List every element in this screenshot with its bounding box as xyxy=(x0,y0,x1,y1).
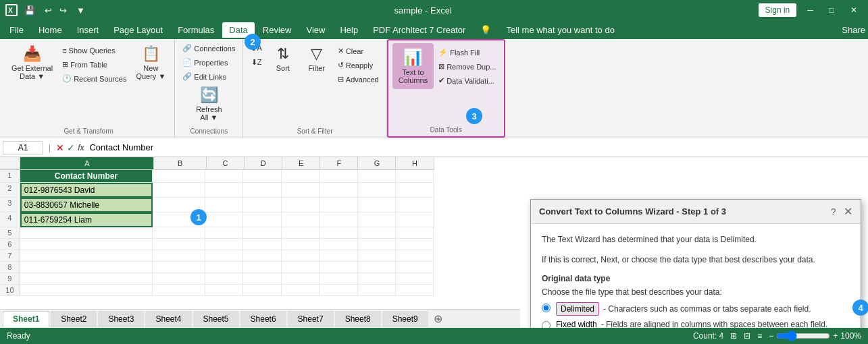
cell-F4[interactable] xyxy=(320,212,357,227)
dialog-close-button[interactable]: ✕ xyxy=(844,205,852,218)
cell-F1[interactable] xyxy=(320,170,357,183)
customize-qat-button[interactable]: ▼ xyxy=(74,4,88,17)
menu-help[interactable]: Help xyxy=(333,22,365,38)
zoom-slider[interactable]: − + 100% xyxy=(769,331,861,341)
menu-formulas[interactable]: Formulas xyxy=(171,22,221,38)
from-table-button[interactable]: ⊞ From Table xyxy=(59,58,130,71)
zoom-plus-icon[interactable]: + xyxy=(833,331,838,341)
cell-C4[interactable] xyxy=(205,212,243,227)
menu-review[interactable]: Review xyxy=(256,22,299,38)
cell-G3[interactable] xyxy=(358,198,396,212)
cell-A2[interactable]: 012-9876543 David xyxy=(20,183,153,198)
sort-za-button[interactable]: ⬇Z xyxy=(248,56,265,69)
col-header-E[interactable]: E xyxy=(282,157,320,169)
cell-C2[interactable] xyxy=(205,183,243,198)
menu-lightbulb[interactable]: 💡 xyxy=(474,22,498,38)
data-validation-button[interactable]: ✔ Data Validati... xyxy=(435,74,499,87)
clear-button[interactable]: ✕ Clear xyxy=(334,45,382,57)
remove-duplicates-button[interactable]: ⊠ Remove Dup... xyxy=(435,60,499,73)
show-queries-button[interactable]: ≡ Show Queries xyxy=(59,45,130,57)
connections-button[interactable]: 🔗 Connections xyxy=(179,42,238,55)
cell-B2[interactable] xyxy=(153,183,205,198)
cell-H3[interactable] xyxy=(396,198,434,212)
zoom-range[interactable] xyxy=(776,331,830,341)
edit-links-button[interactable]: 🔗 Edit Links xyxy=(179,70,230,83)
cell-D1[interactable] xyxy=(243,170,281,183)
sheet-tab-3[interactable]: Sheet3 xyxy=(98,311,144,327)
col-header-C[interactable]: C xyxy=(207,157,245,169)
cell-D4[interactable] xyxy=(243,212,281,227)
advanced-button[interactable]: ⊟ Advanced xyxy=(334,73,382,86)
cell-A1[interactable]: Contact Number xyxy=(20,170,153,183)
cell-H2[interactable] xyxy=(396,183,434,198)
col-header-H[interactable]: H xyxy=(396,157,434,169)
formula-fx-icon[interactable]: fx xyxy=(78,143,84,152)
cell-A3[interactable]: 03-8830657 Michelle xyxy=(20,198,153,212)
zoom-minus-icon[interactable]: − xyxy=(769,331,773,341)
flash-fill-button[interactable]: ⚡ Flash Fill xyxy=(435,46,499,59)
cell-C1[interactable] xyxy=(205,170,243,183)
menu-home[interactable]: Home xyxy=(32,22,69,38)
sort-button[interactable]: ⇅ Sort xyxy=(267,42,299,76)
sheet-tab-7[interactable]: Sheet7 xyxy=(288,311,334,327)
close-button[interactable]: ✕ xyxy=(845,4,863,16)
get-external-data-button[interactable]: 📥 Get External Data ▼ xyxy=(7,42,57,84)
share-label[interactable]: Share xyxy=(842,25,865,35)
cell-G4[interactable] xyxy=(358,212,396,227)
sheet-tab-8[interactable]: Sheet8 xyxy=(335,311,381,327)
cell-H1[interactable] xyxy=(396,170,434,183)
properties-button[interactable]: 📄 Properties xyxy=(179,56,231,69)
sheet-tab-4[interactable]: Sheet4 xyxy=(145,311,191,327)
cell-E4[interactable] xyxy=(282,212,320,227)
menu-view[interactable]: View xyxy=(299,22,332,38)
sign-in-button[interactable]: Sign in xyxy=(759,3,797,17)
name-box[interactable] xyxy=(3,141,43,154)
cell-E2[interactable] xyxy=(282,183,320,198)
dialog-help-button[interactable]: ? xyxy=(831,206,836,217)
sheet-tab-2[interactable]: Sheet2 xyxy=(51,311,97,327)
col-header-D[interactable]: D xyxy=(245,157,282,169)
redo-button[interactable]: ↪ xyxy=(57,4,70,17)
cell-H4[interactable] xyxy=(396,212,434,227)
col-header-F[interactable]: F xyxy=(320,157,358,169)
cell-G2[interactable] xyxy=(358,183,396,198)
text-to-columns-button[interactable]: 📊 Text to Columns xyxy=(392,43,434,89)
cell-F2[interactable] xyxy=(320,183,357,198)
formula-input[interactable] xyxy=(86,141,865,154)
save-button[interactable]: 💾 xyxy=(22,4,38,17)
cell-D2[interactable] xyxy=(243,183,281,198)
col-header-G[interactable]: G xyxy=(358,157,396,169)
sheet-tab-5[interactable]: Sheet5 xyxy=(193,311,239,327)
cell-G1[interactable] xyxy=(358,170,396,183)
new-query-button[interactable]: 📋 New Query ▼ xyxy=(131,42,170,84)
menu-pdf[interactable]: PDF Architect 7 Creator xyxy=(366,22,472,38)
recent-sources-button[interactable]: 🕐 Recent Sources xyxy=(59,72,130,85)
cell-C3[interactable] xyxy=(205,198,243,212)
cell-B1[interactable] xyxy=(153,170,205,183)
minimize-button[interactable]: ─ xyxy=(802,4,819,16)
delimited-radio[interactable] xyxy=(542,304,551,312)
cell-E3[interactable] xyxy=(282,198,320,212)
sheet-tab-1[interactable]: Sheet1 xyxy=(3,311,49,327)
refresh-all-button[interactable]: 🔄 Refresh All ▼ xyxy=(191,83,227,125)
menu-file[interactable]: File xyxy=(3,22,30,38)
cell-F3[interactable] xyxy=(320,198,357,212)
cell-E1[interactable] xyxy=(282,170,320,183)
restore-button[interactable]: □ xyxy=(824,4,840,16)
normal-view-icon[interactable]: ⊞ xyxy=(730,331,737,341)
sheet-tab-9[interactable]: Sheet9 xyxy=(382,311,428,327)
col-header-A[interactable]: A xyxy=(20,157,154,169)
sheet-tab-6[interactable]: Sheet6 xyxy=(240,311,286,327)
page-break-icon[interactable]: ≡ xyxy=(757,331,762,341)
reapply-button[interactable]: ↺ Reapply xyxy=(334,59,382,71)
cell-D3[interactable] xyxy=(243,198,281,212)
formula-confirm-icon[interactable]: ✓ xyxy=(67,142,75,153)
menu-insert[interactable]: Insert xyxy=(70,22,106,38)
add-sheet-button[interactable]: ⊕ xyxy=(430,312,434,325)
formula-cancel-icon[interactable]: ✕ xyxy=(56,142,64,153)
col-header-B[interactable]: B xyxy=(154,157,207,169)
menu-tell-me[interactable]: Tell me what you want to do xyxy=(499,22,621,38)
cell-A4[interactable]: 011-6759254 Liam xyxy=(20,212,153,227)
page-layout-icon[interactable]: ⊟ xyxy=(744,331,750,341)
undo-button[interactable]: ↩ xyxy=(42,4,55,17)
